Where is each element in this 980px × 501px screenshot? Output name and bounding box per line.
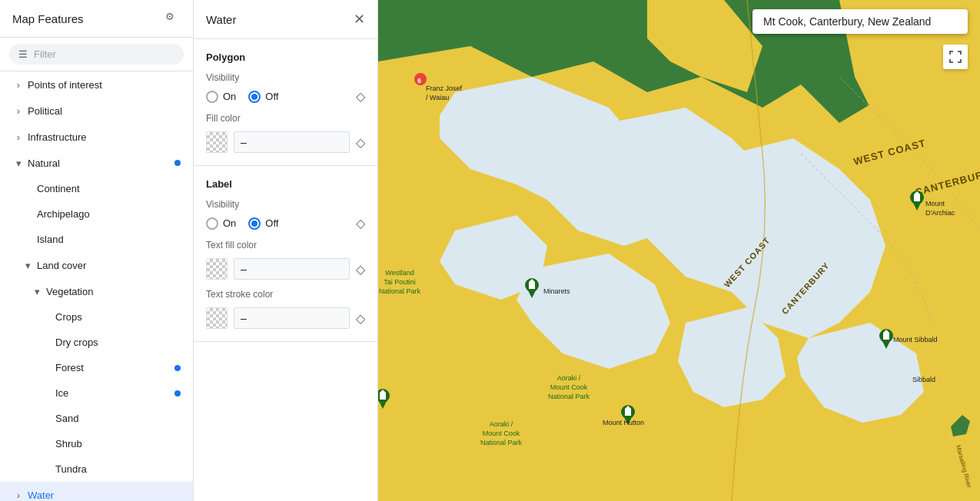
nav-item-vegetation[interactable]: ▾Vegetation (0, 278, 193, 304)
nav-label-ice: Ice (55, 387, 174, 399)
nav-label-vegetation: Vegetation (46, 286, 181, 297)
svg-text:/ Waiau: / Waiau (426, 94, 449, 101)
nav-item-tundra[interactable]: Tundra (0, 456, 193, 482)
dot-ice (174, 390, 181, 396)
polygon-off-radio[interactable]: Off (248, 91, 278, 103)
text-stroke-color-value: – (234, 307, 350, 329)
label-on-circle (206, 217, 218, 230)
text-stroke-color-swatch[interactable] (206, 307, 228, 329)
nav-item-dry-crops[interactable]: Dry crops (0, 330, 193, 355)
search-box[interactable]: Mt Cook, Canterbury, New Zealand (752, 9, 968, 34)
panel-title: Map Features (12, 12, 84, 25)
label-on-label: On (223, 217, 236, 229)
close-icon[interactable]: ✕ (354, 11, 365, 28)
left-panel: Map Features ⚙ ☰ Filter ›Points of inter… (0, 0, 194, 501)
nav-item-shrub[interactable]: Shrub (0, 431, 193, 456)
nav-item-political[interactable]: ›Political (0, 98, 193, 124)
svg-text:Franz Josef: Franz Josef (426, 85, 463, 92)
svg-text:National Park: National Park (480, 439, 523, 446)
fill-color-swatch[interactable] (206, 131, 228, 153)
text-fill-color-row: – ◇ (206, 258, 365, 280)
svg-text:Mount Cook: Mount Cook (550, 383, 588, 391)
svg-text:Mount Hutton: Mount Hutton (603, 419, 644, 426)
svg-text:Tai Poutini: Tai Poutini (384, 278, 416, 286)
fill-color-diamond[interactable]: ◇ (356, 135, 365, 150)
polygon-off-circle (248, 91, 261, 103)
nav-label-points-of-interest: Points of interest (28, 79, 181, 91)
svg-text:Mount Sibbald: Mount Sibbald (893, 336, 938, 343)
map-area[interactable]: WEST COAST CANTERBURY WEST COAST CANTERB… (378, 0, 980, 501)
nav-label-sand: Sand (55, 413, 181, 424)
nav-item-points-of-interest[interactable]: ›Points of interest (0, 71, 193, 98)
chevron-natural: ▾ (12, 157, 25, 169)
chevron-vegetation: ▾ (31, 285, 43, 297)
text-fill-color-swatch[interactable] (206, 258, 228, 280)
text-fill-color-label: Text fill color (206, 240, 365, 250)
nav-item-water[interactable]: ›Water (0, 482, 193, 501)
svg-text:National Park: National Park (379, 287, 421, 295)
chevron-land-cover: ▾ (22, 259, 34, 271)
text-fill-color-value: – (234, 258, 350, 280)
polygon-visibility-diamond[interactable]: ◇ (356, 89, 365, 104)
svg-text:National Park: National Park (548, 393, 590, 400)
text-stroke-color-row: – ◇ (206, 307, 365, 329)
nav-label-infrastructure: Infrastructure (28, 131, 181, 143)
polygon-on-label: On (223, 91, 236, 102)
label-off-radio[interactable]: Off (248, 217, 278, 230)
nav-item-natural[interactable]: ▾Natural (0, 150, 193, 176)
svg-text:Aoraki /: Aoraki / (557, 374, 581, 382)
text-stroke-color-diamond[interactable]: ◇ (356, 311, 365, 326)
fullscreen-icon (948, 50, 962, 64)
fill-color-label: Fill color (206, 113, 365, 124)
label-visibility-label: Visibility (206, 199, 365, 210)
nav-label-continent: Continent (37, 183, 181, 194)
nav-item-crops[interactable]: Crops (0, 304, 193, 330)
nav-label-shrub: Shrub (55, 438, 181, 450)
label-off-circle (248, 217, 261, 230)
nav-label-island: Island (37, 234, 181, 245)
nav-label-land-cover: Land cover (37, 260, 181, 271)
filter-input-container[interactable]: ☰ Filter (9, 44, 184, 65)
nav-item-ice[interactable]: Ice (0, 380, 193, 406)
nav-item-land-cover[interactable]: ▾Land cover (0, 252, 193, 278)
svg-text:Mount: Mount (925, 200, 945, 207)
svg-text:D'Archiac: D'Archiac (925, 209, 955, 217)
nav-item-sand[interactable]: Sand (0, 406, 193, 431)
label-visibility-row: On Off ◇ (206, 216, 365, 231)
nav-label-dry-crops: Dry crops (55, 337, 181, 348)
filter-placeholder: Filter (34, 48, 56, 60)
svg-text:Mount Cook: Mount Cook (483, 430, 520, 437)
label-visibility-diamond[interactable]: ◇ (356, 216, 365, 231)
middle-panel-title: Water (206, 13, 236, 26)
polygon-on-radio[interactable]: On (206, 91, 236, 103)
text-fill-color-diamond[interactable]: ◇ (356, 262, 365, 277)
chevron-political: › (12, 105, 25, 117)
svg-text:Aoraki /: Aoraki / (490, 420, 513, 428)
fullscreen-button[interactable] (943, 45, 968, 69)
filter-bar: ☰ Filter (0, 38, 193, 71)
nav-label-archipelago: Archipelago (37, 208, 181, 220)
nav-item-infrastructure[interactable]: ›Infrastructure (0, 124, 193, 150)
nav-label-forest: Forest (55, 362, 174, 373)
map-svg: WEST COAST CANTERBURY WEST COAST CANTERB… (378, 0, 980, 501)
polygon-section: Polygon Visibility On Off ◇ Fill color –… (194, 39, 377, 166)
panel-header: Map Features ⚙ (0, 0, 193, 38)
polygon-heading: Polygon (206, 51, 365, 63)
gear-icon[interactable]: ⚙ (165, 11, 181, 26)
nav-item-island[interactable]: Island (0, 227, 193, 252)
polygon-on-circle (206, 91, 218, 103)
nav-item-continent[interactable]: Continent (0, 176, 193, 201)
fill-color-value: – (234, 131, 350, 153)
polygon-off-label: Off (265, 91, 278, 102)
fill-color-row: – ◇ (206, 131, 365, 153)
filter-icon: ☰ (18, 48, 28, 60)
nav-item-forest[interactable]: Forest (0, 355, 193, 380)
nav-item-archipelago[interactable]: Archipelago (0, 201, 193, 227)
nav-label-natural: Natural (28, 158, 174, 169)
text-stroke-color-label: Text stroke color (206, 289, 365, 300)
svg-text:Sibbald: Sibbald (912, 376, 935, 383)
nav-tree: ›Points of interest›Political›Infrastruc… (0, 71, 193, 501)
svg-text:6: 6 (417, 77, 421, 85)
middle-header: Water ✕ (194, 0, 377, 39)
label-on-radio[interactable]: On (206, 217, 236, 230)
